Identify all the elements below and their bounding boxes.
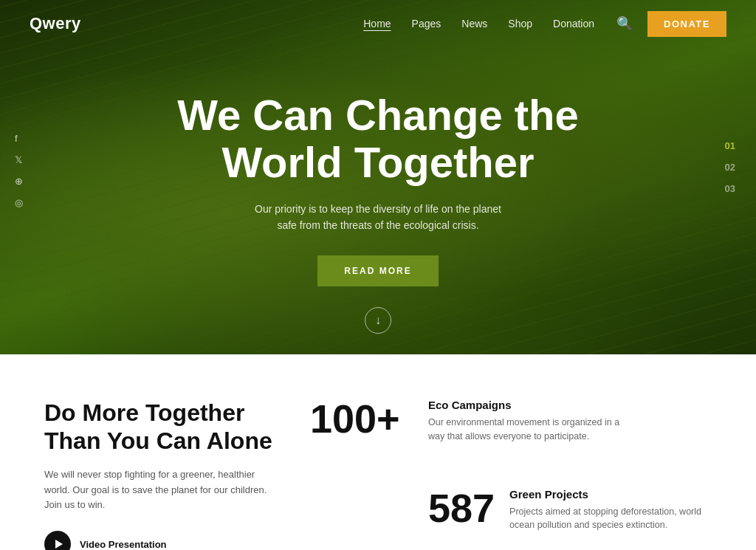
- read-more-button[interactable]: READ MORE: [317, 255, 438, 286]
- section-description: We will never stop fighting for a greene…: [44, 467, 281, 513]
- play-icon[interactable]: [44, 531, 71, 550]
- instagram-icon[interactable]: ◎: [15, 197, 23, 208]
- nav-link-donation[interactable]: Donation: [553, 18, 594, 30]
- twitter-icon[interactable]: 𝕏: [15, 154, 23, 165]
- nav-link-news[interactable]: News: [461, 18, 487, 30]
- slide-indicator-1[interactable]: 01: [725, 140, 735, 151]
- stat-block-1: 100+: [310, 399, 428, 550]
- slide-indicator-2[interactable]: 02: [725, 162, 735, 173]
- globe-icon[interactable]: ⊕: [15, 176, 23, 187]
- stat-items: Eco Campaigns Our environmental movement…: [428, 399, 712, 550]
- donate-button[interactable]: DONATE: [647, 11, 726, 37]
- stat-item-desc-green: Projects aimed at stopping deforestation…: [509, 505, 701, 533]
- hero-subtitle: Our priority is to keep the diversity of…: [255, 201, 501, 234]
- social-sidebar: f 𝕏 ⊕ ◎: [15, 133, 23, 208]
- section-title: Do More Together Than You Can Alone: [44, 399, 281, 456]
- hero-subtitle-line1: Our priority is to keep the diversity of…: [255, 203, 501, 215]
- slide-indicator-3[interactable]: 03: [725, 183, 735, 194]
- nav-item-shop[interactable]: Shop: [508, 17, 532, 30]
- facebook-icon[interactable]: f: [15, 133, 23, 144]
- stat-number-1: 100+: [310, 399, 406, 439]
- hero-title: We Can Change the World Together: [120, 92, 636, 186]
- site-logo[interactable]: Qwery: [30, 14, 81, 33]
- hero-subtitle-line2: safe from the threats of the ecological …: [277, 219, 478, 231]
- navbar: Qwery Home Pages News Shop Donation 🔍 DO…: [0, 0, 756, 47]
- left-column: Do More Together Than You Can Alone We w…: [44, 399, 310, 550]
- stat-item-title-green: Green Projects: [509, 488, 701, 501]
- video-label: Video Presentation: [80, 539, 167, 550]
- hero-content: We Can Change the World Together Our pri…: [0, 47, 756, 334]
- nav-item-home[interactable]: Home: [363, 17, 391, 30]
- bottom-section: Do More Together Than You Can Alone We w…: [0, 354, 756, 550]
- nav-item-pages[interactable]: Pages: [412, 17, 441, 30]
- stat-item-eco: Eco Campaigns Our environmental movement…: [428, 399, 712, 444]
- stat-number-2: 587: [428, 488, 495, 528]
- nav-links: Home Pages News Shop Donation: [363, 17, 594, 30]
- scroll-down-button[interactable]: ↓: [365, 307, 391, 334]
- search-icon[interactable]: 🔍: [616, 16, 633, 32]
- nav-item-donation[interactable]: Donation: [553, 17, 594, 30]
- video-presentation-link[interactable]: Video Presentation: [44, 531, 281, 550]
- right-column: 100+ Eco Campaigns Our environmental mov…: [310, 399, 712, 550]
- slide-indicators: 01 02 03: [725, 140, 735, 194]
- nav-link-home[interactable]: Home: [363, 18, 391, 30]
- stat-item-title-eco: Eco Campaigns: [428, 399, 712, 411]
- stat-item-desc-eco: Our environmental movement is organized …: [428, 416, 620, 444]
- nav-link-pages[interactable]: Pages: [412, 18, 441, 30]
- stat-item-green: 587 Green Projects Projects aimed at sto…: [428, 488, 712, 535]
- nav-link-shop[interactable]: Shop: [508, 18, 532, 30]
- nav-item-news[interactable]: News: [461, 17, 487, 30]
- hero-section: f 𝕏 ⊕ ◎ 01 02 03 Qwery Home Pages News S…: [0, 0, 756, 354]
